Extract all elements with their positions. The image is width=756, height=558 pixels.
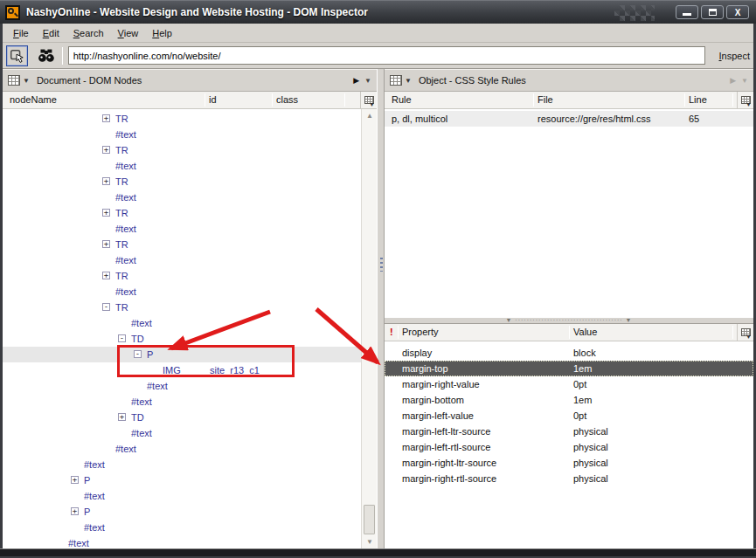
titlebar[interactable]: NashyOnline - Website Design and Website…	[0, 0, 756, 24]
tree-row[interactable]: +TR	[3, 174, 361, 189]
tree-scrollbar[interactable]: ▲ ▼	[361, 109, 377, 548]
column-property[interactable]: Property	[402, 327, 439, 337]
viewer-dropdown-icon[interactable]: ▼	[23, 77, 30, 85]
tree-row[interactable]: #text	[3, 189, 361, 205]
tree-row[interactable]: +TR	[3, 142, 361, 158]
property-row[interactable]: margin-right-rtl-sourcephysical	[385, 471, 753, 486]
column-picker-button[interactable]: ▼	[737, 324, 753, 341]
menu-help[interactable]: Help	[145, 25, 179, 41]
viewer-grid-icon[interactable]	[8, 75, 20, 86]
maximize-button[interactable]	[701, 5, 724, 19]
property-value: block	[573, 347, 596, 359]
column-rule[interactable]: Rule	[392, 94, 412, 105]
scroll-up-icon[interactable]: ▲	[362, 109, 377, 122]
tree-row[interactable]: #text	[3, 441, 361, 457]
tree-row[interactable]: #text	[3, 520, 361, 535]
url-input[interactable]	[68, 46, 705, 65]
tree-row[interactable]: -TR	[3, 300, 361, 315]
twisty-icon[interactable]: +	[102, 114, 110, 122]
twisty-icon[interactable]: +	[102, 177, 110, 185]
column-nodename[interactable]: nodeName	[10, 94, 57, 105]
property-row[interactable]: margin-left-ltr-sourcephysical	[385, 424, 753, 439]
column-separator[interactable]	[344, 93, 345, 107]
twisty-icon[interactable]: +	[102, 272, 110, 279]
scrollbar-thumb[interactable]	[364, 505, 375, 534]
twisty-icon[interactable]: +	[102, 209, 110, 217]
tree-row[interactable]: +TR	[3, 268, 361, 284]
panel-forward-icon[interactable]: ▶	[353, 76, 359, 85]
tree-row[interactable]: #text	[3, 535, 361, 548]
property-row[interactable]: margin-right-value0pt	[385, 376, 753, 392]
tree-row[interactable]: #text	[3, 488, 361, 504]
tree-row[interactable]: +P	[3, 504, 361, 520]
tree-row[interactable]: #text	[3, 158, 361, 174]
splitter-grippy[interactable]: ▼ ····································· …	[506, 318, 633, 323]
tree-row[interactable]: #text	[3, 378, 361, 394]
viewer-dropdown-icon[interactable]: ▼	[405, 77, 412, 85]
column-separator[interactable]	[272, 93, 273, 107]
column-separator[interactable]	[533, 93, 534, 107]
column-line[interactable]: Line	[689, 94, 707, 105]
menu-search[interactable]: Search	[66, 25, 111, 41]
column-value[interactable]: Value	[573, 327, 597, 337]
column-id[interactable]: id	[209, 94, 217, 105]
tree-row[interactable]: #text	[3, 127, 361, 142]
tree-row[interactable]: -TD	[3, 331, 361, 347]
tree-row[interactable]: -P	[3, 347, 361, 362]
inspect-element-button[interactable]	[6, 45, 28, 66]
panel-menu-icon[interactable]: ▼	[364, 77, 371, 85]
column-picker-button[interactable]: ▼	[737, 92, 753, 108]
rule-row[interactable]: p, dl, multicolresource://gre/res/html.c…	[385, 111, 753, 127]
twisty-icon[interactable]: +	[102, 240, 110, 248]
tree-row[interactable]: +P	[3, 472, 361, 488]
twisty-icon[interactable]: +	[71, 507, 79, 515]
property-row[interactable]: margin-left-value0pt	[385, 408, 753, 424]
column-separator[interactable]	[732, 93, 733, 107]
tree-row[interactable]: #text	[3, 252, 361, 268]
close-button[interactable]: X	[726, 5, 749, 19]
menu-edit[interactable]: Edit	[36, 25, 66, 41]
column-separator[interactable]	[205, 93, 205, 107]
tree-row[interactable]: +TD	[3, 410, 361, 425]
tree-row[interactable]: #text	[3, 394, 361, 410]
column-separator[interactable]	[398, 326, 399, 339]
tree-row[interactable]: #text	[3, 221, 361, 237]
column-separator[interactable]	[732, 326, 733, 339]
property-row[interactable]: margin-left-rtl-sourcephysical	[385, 439, 753, 455]
find-icon[interactable]	[38, 49, 55, 63]
column-class[interactable]: class	[276, 94, 298, 105]
column-separator[interactable]	[684, 93, 685, 107]
property-row[interactable]: displayblock	[385, 345, 753, 361]
inspect-button[interactable]: Inspect	[716, 49, 753, 63]
property-row[interactable]: margin-right-ltr-sourcephysical	[385, 455, 753, 471]
splitter-grippy[interactable]	[380, 258, 383, 272]
twisty-icon[interactable]: +	[102, 146, 110, 154]
menu-view[interactable]: View	[111, 25, 146, 41]
column-picker-button[interactable]: ▼	[360, 92, 377, 108]
property-row[interactable]: margin-bottom1em	[385, 392, 753, 408]
viewer-grid-icon[interactable]	[390, 75, 402, 86]
vertical-splitter[interactable]	[377, 69, 385, 548]
tree-row[interactable]: #text	[3, 284, 361, 300]
tree-row[interactable]: #text	[3, 425, 361, 441]
tree-node-id: site_r13_c1	[210, 364, 260, 376]
tree-row[interactable]: #text	[3, 457, 361, 472]
property-row[interactable]: margin-top1em	[385, 361, 753, 376]
scroll-down-icon[interactable]: ▼	[362, 535, 377, 548]
column-file[interactable]: File	[538, 94, 553, 105]
column-separator[interactable]	[569, 326, 570, 339]
tree-row[interactable]: +TR	[3, 237, 361, 252]
column-important-flag[interactable]: !	[390, 327, 393, 337]
minimize-button[interactable]	[676, 5, 698, 19]
twisty-icon[interactable]: +	[118, 413, 126, 421]
twisty-icon[interactable]: -	[134, 350, 142, 358]
tree-row[interactable]: +TR	[3, 205, 361, 221]
menu-file[interactable]: File	[6, 25, 36, 41]
tree-row[interactable]: IMGsite_r13_c1	[3, 362, 361, 378]
horizontal-splitter[interactable]: ▼ ····································· …	[385, 317, 753, 324]
twisty-icon[interactable]: +	[71, 476, 79, 484]
twisty-icon[interactable]: -	[102, 303, 110, 311]
tree-row[interactable]: #text	[3, 315, 361, 331]
tree-row[interactable]: +TR	[3, 111, 361, 127]
twisty-icon[interactable]: -	[118, 334, 126, 342]
